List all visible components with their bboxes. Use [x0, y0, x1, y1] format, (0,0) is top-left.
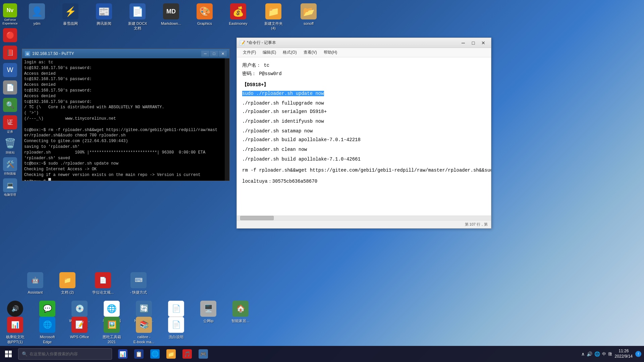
notepad-scrollbar-thumb[interactable]	[240, 216, 274, 220]
notepad-line-6: ./rploader.sh clean now	[242, 145, 486, 154]
start-button[interactable]	[0, 346, 17, 362]
desktop-icon-newdocx[interactable]: 📄 新建 DOCX文档	[124, 3, 151, 31]
red1-icon: 🔴	[3, 28, 17, 42]
taskbar-search-box[interactable]: 🔍	[18, 348, 112, 360]
sonoff-icon: 📂	[301, 3, 317, 19]
desktop-icon-tupian[interactable]: 🖼️ 图吃工具箱2021	[98, 317, 125, 345]
sidebar-icon-doc2[interactable]: 📄	[2, 80, 18, 95]
terminal-cursor	[48, 178, 51, 181]
recycle-icon: 🗑️	[3, 136, 17, 150]
desktop-icon-wps[interactable]: 📝 WPS Office	[66, 317, 93, 345]
taskbar-system-icons: ∧ 🔊 🌐 中 微	[581, 351, 612, 357]
taskbar-chevron-icon[interactable]: ∧	[581, 351, 585, 357]
putty-maximize-button[interactable]: □	[210, 51, 218, 57]
sidebar-icon-word[interactable]: W	[2, 63, 18, 78]
taskbar: 🔍 📊 📋 🌐 📁 🎵 🎮 ∧	[0, 346, 644, 362]
notepad-menu-edit[interactable]: 编辑(E)	[259, 48, 279, 57]
putty-close-button[interactable]: ✕	[219, 51, 227, 57]
sidebar-icon-search[interactable]: 🔍	[2, 98, 18, 113]
sidebar-icon-nvidia[interactable]: Nv GeForceExperience	[2, 3, 18, 25]
chrome-icon: 🌐	[104, 301, 120, 317]
desktop-icon-kuaijie[interactable]: ⌨ - 快捷方式	[125, 272, 152, 295]
sidebar-icon-recycle[interactable]: 🗑️ 回收站	[2, 136, 18, 155]
putty-content[interactable]: login as: tc tc@192.168.17.50's password…	[22, 58, 229, 181]
search-icon: 🔍	[3, 98, 17, 112]
desktop-icon-yangchenglun[interactable]: 📊 杨乘轮文吃杨PPT(1)	[2, 317, 29, 345]
desktop-icon-smarthome[interactable]: 🏠 智能家居...	[227, 301, 254, 328]
neatconv-icon: 🔄	[136, 301, 152, 317]
stocks-icon: 证	[3, 115, 17, 129]
desktop-icon-wenjian[interactable]: 📁 文档 (2)	[54, 272, 81, 295]
putty-scrollbar[interactable]	[225, 58, 229, 181]
sidebar-icon-pdf[interactable]: 📕	[2, 46, 18, 60]
assistant-label: Assistant	[27, 290, 44, 295]
taskbar-app-task[interactable]: 📋	[131, 346, 147, 362]
pdf-icon: 📕	[3, 46, 17, 60]
desktop-icon-assistant[interactable]: 🤖 Assistant	[22, 272, 49, 295]
taskbar-app-media[interactable]: 🎵	[179, 346, 195, 362]
taskbar-right: ∧ 🔊 🌐 中 微 11:26 2022/9/14 !	[581, 349, 644, 359]
taskbar-task-icon: 📋	[134, 349, 144, 359]
taskbar-volume-icon[interactable]: 🔊	[587, 351, 592, 357]
desktop-icon-gongwuip[interactable]: 🖥️ 公网ip	[195, 301, 222, 328]
notepad-menu-view[interactable]: 查看(V)	[300, 48, 320, 57]
desktop-icon-eastmoney[interactable]: 💰 Eastmoney	[225, 3, 252, 31]
notepad-status-text: 第 107 行，第	[465, 222, 488, 227]
taskbar-network-icon[interactable]: 🌐	[594, 351, 600, 357]
notepad-menu-file[interactable]: 文件(F)	[239, 48, 259, 57]
desktop-icon-ydm[interactable]: 👤 ydm	[23, 3, 50, 31]
kuaijie-label: - 快捷方式	[129, 290, 148, 295]
kuaijie-icon: ⌨	[130, 272, 147, 288]
notepad-menu-help[interactable]: 帮助(H)	[320, 48, 341, 57]
desktop-icon-lunwen[interactable]: 📄 学位论文规...	[86, 272, 120, 295]
taskbar-app-widget[interactable]: 📊	[115, 346, 131, 362]
taskbar-widget-icon: 📊	[118, 349, 127, 359]
sidebar-icon-control[interactable]: 🛠️ 控制面板	[2, 157, 18, 176]
notepad-username-label: 用户名：	[242, 63, 261, 68]
tencent-icon: 📰	[96, 3, 112, 19]
desktop-icon-graphics[interactable]: 🎨 Graphics	[191, 3, 218, 31]
eastmoney-label: Eastmoney	[228, 21, 248, 26]
notepad-maximize-button[interactable]: □	[468, 39, 478, 47]
taskbar-clock[interactable]: 11:26 2022/9/14	[615, 349, 633, 359]
taskbar-app-folder[interactable]: 📁	[163, 346, 179, 362]
putty-minimize-button[interactable]: ─	[201, 51, 209, 57]
taskbar-notification-badge[interactable]: !	[635, 351, 641, 357]
left-sidebar: Nv GeForceExperience 🔴 📕 W 📄 🔍 证 证券 �	[0, 0, 20, 346]
desktop-icon-storm[interactable]: ⚡ 暴雪战网	[57, 3, 84, 31]
notepad-content[interactable]: 用户名： tc 密码： P@ssw0rd 【DS918+】 sudo ./rpl…	[237, 57, 491, 216]
taskbar-ime-wei-icon[interactable]: 微	[608, 351, 612, 357]
sidebar-icon-stocks[interactable]: 证 证券	[2, 115, 18, 134]
desktop: 👤 ydm ⚡ 暴雪战网 📰 腾讯新闻 📄 新建 DOCX文档 MD Markd…	[0, 0, 644, 362]
notepad-menu-format[interactable]: 格式(O)	[279, 48, 300, 57]
desktop-icon-calibre[interactable]: 📚 calibre -E-book ma...	[130, 317, 157, 345]
msedge-label: MicrosoftEdge	[39, 334, 56, 345]
taskbar-app-edge[interactable]: 🌐	[147, 346, 163, 362]
notepad-password-value: P@ssw0rd	[259, 71, 281, 76]
notepad-close-button[interactable]: ✕	[478, 39, 488, 47]
desktop-icon-xibai[interactable]: 📄 洗白说明	[163, 317, 190, 345]
notepad-highlighted-line: sudo ./rploader.sh update now	[242, 89, 486, 98]
notepad-line-3: ./rploader.sh identifyusb now	[242, 117, 486, 126]
taskbar-media-icon: 🎵	[182, 349, 192, 359]
tencent-label: 腾讯新闻	[96, 21, 112, 26]
notepad-scrollbar-h[interactable]	[237, 216, 491, 220]
gongwuip-icon: 🖥️	[200, 301, 216, 317]
taskbar-ime-zh-icon[interactable]: 中	[602, 351, 606, 357]
desktop-icon-markdown[interactable]: MD Markdown...	[158, 3, 184, 31]
xibai-icon: 📄	[168, 317, 184, 333]
taskbar-search-input[interactable]	[30, 352, 108, 356]
taskbar-app-game[interactable]: 🎮	[195, 346, 211, 362]
desktop-icon-sonoff[interactable]: 📂 sonoff	[295, 3, 322, 31]
desktop-icon-newfolder[interactable]: 📁 新建文件夹(4)	[258, 3, 288, 31]
sonoff-label: sonoff	[303, 21, 314, 26]
notepad-minimize-button[interactable]: ─	[458, 39, 468, 47]
notepad-line-4: ./rploader.sh satamap now	[242, 127, 486, 135]
desktop-icon-tencent[interactable]: 📰 腾讯新闻	[91, 3, 117, 31]
tupian-icon: 🖼️	[104, 317, 120, 333]
notepad-title-text: *命令行 - 记事本	[247, 40, 458, 46]
sidebar-icon-red1[interactable]: 🔴	[2, 28, 18, 43]
sidebar-icon-datamgr[interactable]: 💻 电脑管理	[2, 178, 18, 197]
desktop-icon-msedge[interactable]: 🌐 MicrosoftEdge	[34, 317, 61, 345]
notepad-title-icon: 📝	[239, 40, 245, 46]
